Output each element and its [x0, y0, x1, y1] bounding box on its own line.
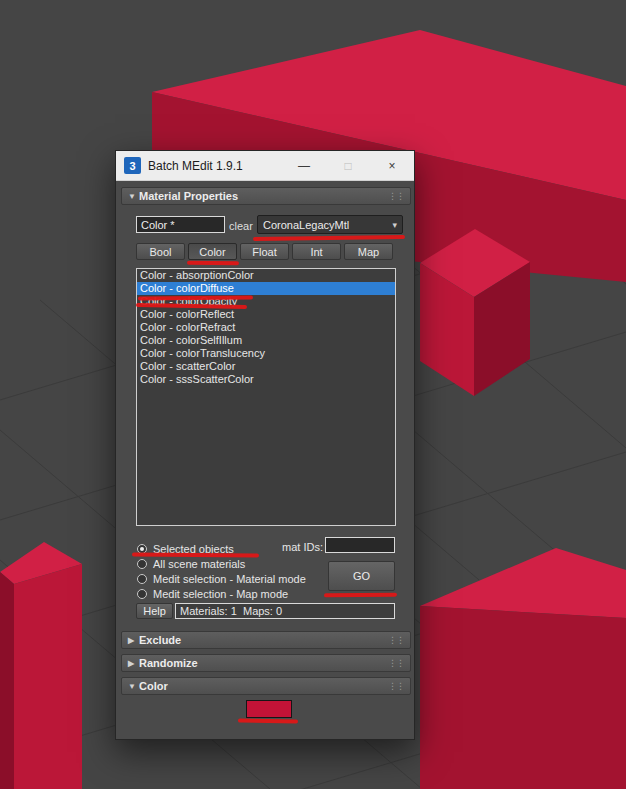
batch-medit-window: 3 Batch MEdit 1.9.1 — □ × ▼ Material Pro…	[115, 150, 415, 740]
property-list-item[interactable]: Color - scatterColor	[137, 360, 395, 373]
rollout-closed-arrow-icon: ▶	[128, 659, 139, 668]
property-list-item[interactable]: Color - colorDiffuse	[137, 282, 395, 295]
type-button-map[interactable]: Map	[344, 243, 393, 260]
property-list-item[interactable]: Color - absorptionColor	[137, 269, 395, 282]
rollout-label: Exclude	[139, 634, 181, 646]
property-list-item[interactable]: Color - sssScatterColor	[137, 373, 395, 386]
rollout-open-arrow-icon: ▼	[128, 682, 139, 691]
rollout-header-color[interactable]: ▼ Color ⋮⋮	[121, 677, 411, 695]
rollout-label: Color	[139, 680, 168, 692]
scope-option-label: All scene materials	[153, 558, 245, 570]
property-list-item[interactable]: Color - colorSelfIllum	[137, 334, 395, 347]
help-button[interactable]: Help	[136, 603, 173, 619]
annotation-underline-go-button	[324, 593, 397, 598]
filter-input[interactable]	[136, 216, 225, 233]
rollout-label: Randomize	[139, 657, 198, 669]
radio-icon[interactable]	[137, 589, 147, 599]
color-swatch[interactable]	[246, 700, 292, 718]
property-list-item[interactable]: Color - colorTranslucency	[137, 347, 395, 360]
annotation-underline-color-swatch	[238, 719, 298, 724]
scope-option[interactable]: All scene materials	[137, 556, 306, 571]
rollout-open-arrow-icon: ▼	[128, 192, 139, 201]
material-class-value: CoronaLegacyMtl	[263, 219, 349, 231]
rollout-grip-icon: ⋮⋮	[388, 658, 404, 668]
mat-ids-input[interactable]	[325, 537, 395, 553]
rollout-grip-icon: ⋮⋮	[388, 635, 404, 645]
radio-icon[interactable]	[137, 559, 147, 569]
scope-option-label: Medit selection - Map mode	[153, 588, 288, 600]
annotation-underline-dropdown	[253, 235, 405, 241]
go-button[interactable]: GO	[328, 561, 395, 591]
rollout-header-material-properties[interactable]: ▼ Material Properties ⋮⋮	[121, 187, 411, 205]
status-box: Materials: 1 Maps: 0	[175, 603, 395, 619]
dropdown-arrow-icon: ▾	[392, 220, 397, 230]
window-title: Batch MEdit 1.9.1	[148, 159, 282, 173]
material-class-dropdown[interactable]: CoronaLegacyMtl ▾	[257, 215, 403, 234]
minimize-button[interactable]: —	[282, 151, 326, 181]
rollout-header-exclude[interactable]: ▶ Exclude ⋮⋮	[121, 631, 411, 649]
type-button-bool[interactable]: Bool	[136, 243, 185, 260]
mat-ids-label: mat IDs:	[279, 541, 323, 553]
type-filter-buttons: BoolColorFloatIntMap	[136, 243, 393, 260]
scope-option[interactable]: Medit selection - Map mode	[137, 586, 306, 601]
scope-option[interactable]: Medit selection - Material mode	[137, 571, 306, 586]
property-list-item[interactable]: Color - colorReflect	[137, 308, 395, 321]
clear-button[interactable]: clear	[229, 220, 253, 232]
rollout-closed-arrow-icon: ▶	[128, 636, 139, 645]
property-list-item[interactable]: Color - colorRefract	[137, 321, 395, 334]
rollout-grip-icon: ⋮⋮	[388, 191, 404, 201]
radio-icon[interactable]	[137, 574, 147, 584]
app-icon: 3	[124, 157, 141, 174]
red-box-bottom-left[interactable]	[0, 542, 82, 789]
type-button-float[interactable]: Float	[240, 243, 289, 260]
rollout-label: Material Properties	[139, 190, 238, 202]
annotation-underline-color-button	[187, 261, 239, 266]
rollout-header-randomize[interactable]: ▶ Randomize ⋮⋮	[121, 654, 411, 672]
type-button-color[interactable]: Color	[188, 243, 237, 260]
rollout-grip-icon: ⋮⋮	[388, 681, 404, 691]
close-button[interactable]: ×	[370, 151, 414, 181]
window-titlebar[interactable]: 3 Batch MEdit 1.9.1 — □ ×	[116, 151, 414, 181]
maximize-button[interactable]: □	[326, 151, 370, 181]
type-button-int[interactable]: Int	[292, 243, 341, 260]
scope-option-label: Medit selection - Material mode	[153, 573, 306, 585]
